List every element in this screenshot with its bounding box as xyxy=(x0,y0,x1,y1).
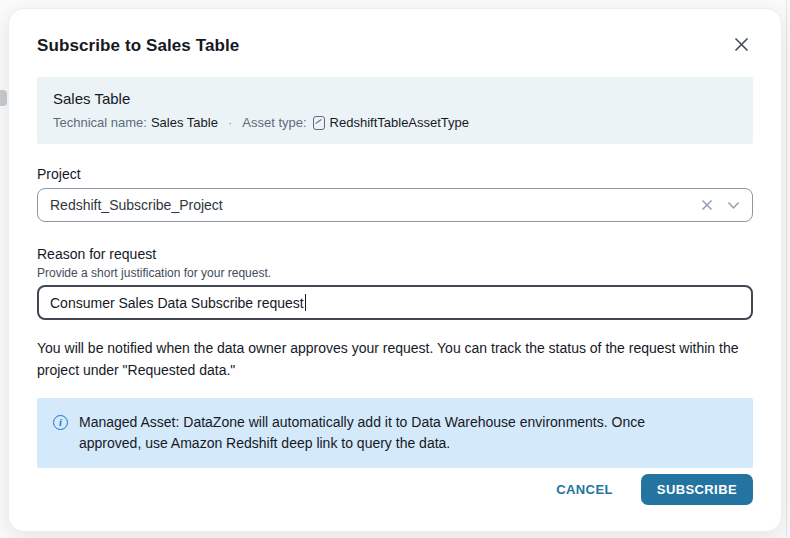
cancel-button[interactable]: CANCEL xyxy=(554,476,615,503)
asset-type-value: RedshiftTableAssetType xyxy=(330,115,469,130)
background-scrollbar-fragment xyxy=(0,90,7,106)
select-icons xyxy=(701,199,740,211)
reason-input-value: Consumer Sales Data Subscribe request xyxy=(50,295,304,311)
notify-text: You will be notified when the data owner… xyxy=(37,338,753,381)
subscribe-button[interactable]: SUBSCRIBE xyxy=(641,474,753,505)
reason-input[interactable]: Consumer Sales Data Subscribe request xyxy=(37,285,753,320)
text-caret xyxy=(305,294,306,311)
info-banner: i Managed Asset: DataZone will automatic… xyxy=(37,398,753,468)
project-select-value: Redshift_Subscribe_Project xyxy=(50,197,701,213)
table-asset-icon xyxy=(313,116,325,130)
technical-name-value: Sales Table xyxy=(151,115,218,130)
modal-title: Subscribe to Sales Table xyxy=(37,36,239,56)
technical-name-label: Technical name: xyxy=(53,115,147,130)
reason-field: Reason for request Provide a short justi… xyxy=(37,246,753,320)
project-field: Project Redshift_Subscribe_Project xyxy=(37,166,753,222)
modal-footer: CANCEL SUBSCRIBE xyxy=(9,474,781,531)
asset-meta: Technical name: Sales Table · Asset type… xyxy=(53,115,737,130)
close-icon[interactable] xyxy=(730,33,753,59)
meta-separator: · xyxy=(228,115,232,130)
close-x-glyph xyxy=(734,37,749,52)
reason-description: Provide a short justification for your r… xyxy=(37,266,753,280)
x-clear-icon[interactable] xyxy=(701,199,713,211)
modal-body: Sales Table Technical name: Sales Table … xyxy=(9,77,781,474)
project-label: Project xyxy=(37,166,753,182)
info-banner-text: Managed Asset: DataZone will automatical… xyxy=(79,412,679,454)
reason-label: Reason for request xyxy=(37,246,753,262)
page-scroll-edge xyxy=(786,0,787,538)
asset-name: Sales Table xyxy=(53,90,737,107)
modal-header: Subscribe to Sales Table xyxy=(9,9,781,77)
asset-summary-box: Sales Table Technical name: Sales Table … xyxy=(37,77,753,144)
subscribe-modal: Subscribe to Sales Table Sales Table Tec… xyxy=(8,8,782,532)
info-circle-icon: i xyxy=(53,415,68,430)
chevron-down-icon[interactable] xyxy=(727,201,740,210)
project-select[interactable]: Redshift_Subscribe_Project xyxy=(37,188,753,222)
asset-type-label: Asset type: xyxy=(242,115,306,130)
